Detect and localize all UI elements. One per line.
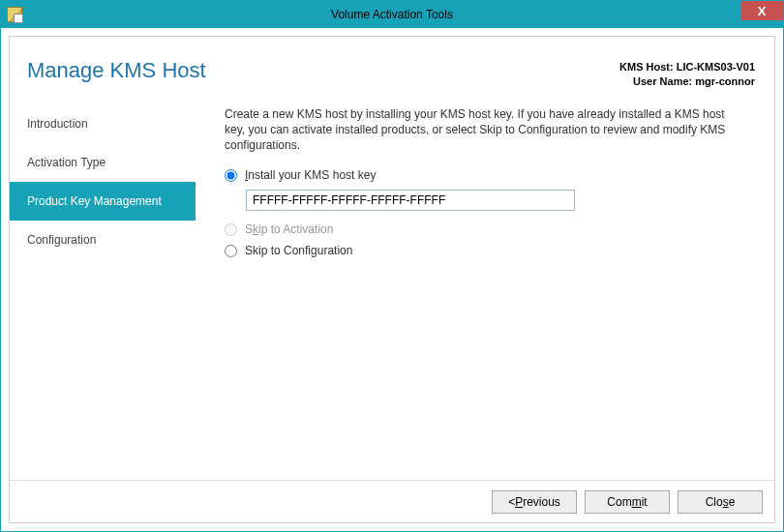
close-button[interactable]: X: [740, 1, 783, 20]
header-row: Manage KMS Host KMS Host: LIC-KMS03-V01 …: [10, 37, 774, 99]
radio-skip-activation: [225, 223, 237, 236]
option-skip-configuration[interactable]: Skip to Configuration: [225, 244, 753, 257]
wizard-footer: < Previous Commit Close: [10, 480, 774, 522]
radio-install-key[interactable]: [225, 169, 237, 182]
titlebar: Volume Activation Tools X: [1, 1, 783, 28]
window-title: Volume Activation Tools: [331, 8, 453, 21]
close-wizard-button[interactable]: Close: [678, 490, 763, 514]
option-skip-activation-label: Skip to Activation: [245, 222, 333, 236]
app-icon: [7, 7, 22, 22]
kms-host-key-input[interactable]: [246, 190, 575, 211]
body-row: Introduction Activation Type Product Key…: [10, 99, 774, 480]
commit-button[interactable]: Commit: [585, 490, 670, 514]
option-skip-configuration-label: Skip to Configuration: [245, 244, 352, 257]
sidebar-item-label: Product Key Management: [27, 194, 162, 208]
sidebar-item-product-key-management[interactable]: Product Key Management: [10, 182, 196, 221]
wizard-panel: Manage KMS Host KMS Host: LIC-KMS03-V01 …: [9, 36, 775, 523]
sidebar-item-label: Introduction: [27, 117, 88, 131]
main-content: Create a new KMS host by installing your…: [196, 99, 774, 480]
sidebar-item-introduction[interactable]: Introduction: [10, 104, 196, 143]
previous-button[interactable]: < Previous: [492, 490, 577, 514]
sidebar-item-label: Configuration: [27, 233, 96, 247]
option-install-key[interactable]: Install your KMS host key: [225, 168, 753, 182]
sidebar-item-label: Activation Type: [27, 156, 106, 169]
sidebar: Introduction Activation Type Product Key…: [10, 99, 196, 480]
option-skip-activation: Skip to Activation: [225, 222, 753, 236]
client-area: Manage KMS Host KMS Host: LIC-KMS03-V01 …: [1, 28, 783, 531]
sidebar-item-activation-type[interactable]: Activation Type: [10, 143, 196, 182]
page-title: Manage KMS Host: [27, 58, 619, 83]
window-frame: Volume Activation Tools X Manage KMS Hos…: [0, 0, 784, 532]
user-name-line: User Name: mgr-connor: [619, 74, 755, 89]
key-input-container: [246, 190, 753, 211]
kms-host-line: KMS Host: LIC-KMS03-V01: [619, 60, 755, 74]
host-info: KMS Host: LIC-KMS03-V01 User Name: mgr-c…: [619, 60, 755, 89]
sidebar-item-configuration[interactable]: Configuration: [10, 221, 196, 259]
instructions-text: Create a new KMS host by installing your…: [225, 106, 747, 154]
close-icon: X: [758, 4, 767, 18]
radio-skip-configuration[interactable]: [225, 245, 237, 257]
option-install-key-label: Install your KMS host key: [245, 168, 376, 182]
